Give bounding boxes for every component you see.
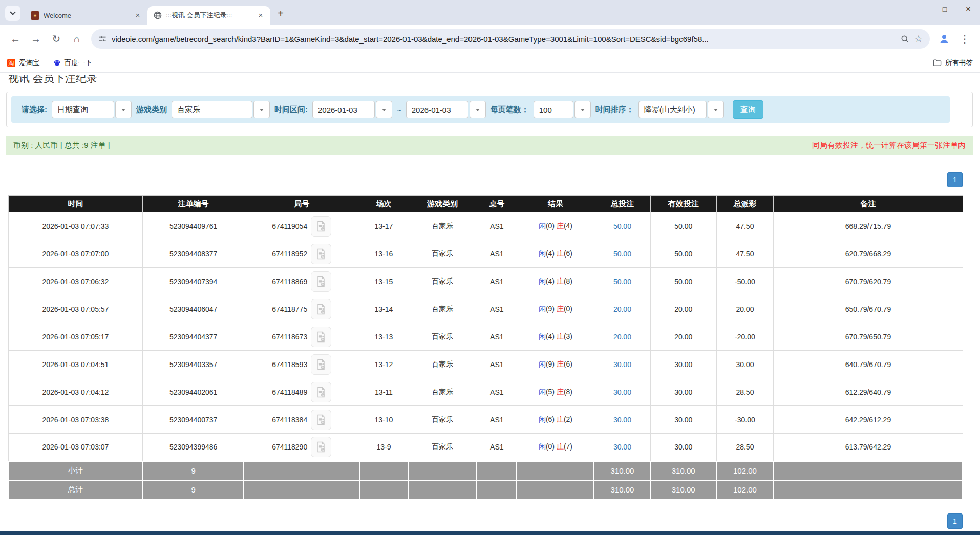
date-end-dropdown-button[interactable]: [470, 101, 486, 118]
cell-total-bet[interactable]: 50.00: [594, 212, 650, 240]
page-size-dropdown-button[interactable]: [574, 101, 591, 118]
cell-total-bet[interactable]: 30.00: [594, 351, 650, 378]
search-button[interactable]: 查询: [733, 100, 763, 119]
sort-input[interactable]: [638, 101, 707, 118]
total-bet-link[interactable]: 50.00: [613, 250, 631, 258]
cell-total-bet[interactable]: 30.00: [594, 406, 650, 434]
browser-tab-welcome[interactable]: ♠ Welcome ×: [25, 6, 147, 25]
cell-result: 闲(0) 庄(4): [517, 212, 594, 240]
round-no-text: 674118869: [272, 277, 307, 286]
page-size-input[interactable]: [534, 101, 573, 118]
bookmark-item-baidu[interactable]: 百度一下: [53, 58, 92, 68]
reload-button[interactable]: ↻: [47, 30, 66, 48]
date-start-input[interactable]: [312, 101, 375, 118]
page-1-button[interactable]: 1: [947, 513, 963, 529]
cell-bet-no: 523094406047: [143, 295, 244, 323]
cell-total-bet[interactable]: 30.00: [594, 434, 650, 461]
total-bet-link[interactable]: 20.00: [613, 305, 631, 313]
bookmark-star-icon[interactable]: ☆: [914, 33, 923, 45]
cell-round-no: 674119054: [244, 212, 359, 240]
grand-total-row-result: [517, 480, 594, 499]
total-bet-link[interactable]: 50.00: [613, 222, 631, 230]
home-button[interactable]: ⌂: [68, 30, 86, 48]
video-record-button[interactable]: [311, 244, 331, 264]
cell-total-bet[interactable]: 20.00: [594, 295, 650, 323]
cell-time: 2026-01-03 07:05:17: [8, 323, 143, 351]
back-button[interactable]: ←: [6, 30, 25, 48]
bottom-bar: [0, 531, 980, 535]
total-bet-link[interactable]: 30.00: [613, 416, 631, 424]
date-start-dropdown-button[interactable]: [376, 101, 392, 118]
page-1-button[interactable]: 1: [947, 172, 963, 187]
bet-record-table: 时间注单编号局号场次游戏类别桌号结果总投注有效投注总派彩备注 2026-01-0…: [8, 195, 963, 500]
game-kind-combo: [172, 101, 270, 118]
cell-total-bet[interactable]: 20.00: [594, 323, 650, 351]
profile-icon[interactable]: [935, 30, 953, 48]
video-record-button[interactable]: [311, 354, 331, 375]
game-kind-dropdown-button[interactable]: [253, 101, 270, 118]
cell-session: 13-10: [359, 406, 408, 434]
cell-total-payout: 20.00: [716, 295, 774, 323]
total-bet-link[interactable]: 30.00: [613, 360, 631, 369]
chevron-down-icon: [10, 9, 15, 15]
close-icon[interactable]: ×: [256, 11, 265, 20]
select-type-dropdown-button[interactable]: [115, 101, 132, 118]
video-record-button[interactable]: [311, 382, 331, 402]
all-bookmarks-button[interactable]: 所有书签: [933, 58, 973, 68]
col-total-payout: 总派彩: [716, 196, 774, 212]
browser-tab-betrecord[interactable]: :::视讯 会员下注纪录::: ×: [147, 6, 270, 25]
date-end-input[interactable]: [406, 101, 468, 118]
round-no-text: 674118593: [272, 360, 307, 369]
game-kind-input[interactable]: [172, 101, 252, 118]
cell-total-payout: 30.00: [716, 351, 774, 378]
baidu-paw-icon: [53, 59, 61, 67]
cell-total-bet[interactable]: 30.00: [594, 378, 650, 406]
close-icon[interactable]: ×: [133, 11, 142, 20]
new-tab-button[interactable]: +: [273, 6, 288, 20]
cell-total-bet[interactable]: 50.00: [594, 268, 650, 295]
select-type-input[interactable]: [52, 101, 114, 118]
total-bet-link[interactable]: 20.00: [613, 333, 631, 341]
video-record-button[interactable]: [311, 437, 331, 457]
close-button[interactable]: ×: [956, 0, 980, 18]
cell-session: 13-13: [359, 323, 408, 351]
video-record-button[interactable]: [311, 216, 331, 237]
table-row: 2026-01-03 07:05:57523094406047674118775…: [8, 295, 963, 323]
cell-round-no: 674118593: [244, 351, 359, 378]
grand-total-row-time: 总计: [8, 480, 143, 499]
bookmark-item-taobao[interactable]: 淘 爱淘宝: [7, 58, 40, 68]
total-bet-link[interactable]: 30.00: [613, 388, 631, 396]
video-record-button[interactable]: [311, 299, 331, 319]
tune-icon[interactable]: [98, 35, 106, 43]
bookmark-label: 百度一下: [65, 58, 92, 68]
round-no-text: 674118384: [272, 416, 307, 424]
cell-total-bet[interactable]: 50.00: [594, 240, 650, 268]
cell-round-no: 674118775: [244, 295, 359, 323]
menu-icon[interactable]: ⋮: [955, 30, 974, 48]
globe-icon: [154, 11, 162, 19]
maximize-button[interactable]: □: [933, 0, 956, 18]
video-record-button[interactable]: [311, 410, 331, 430]
table-row: 2026-01-03 07:07:33523094409761674119054…: [8, 212, 963, 240]
pagination-bottom: 1: [0, 513, 963, 529]
cell-table-no: AS1: [477, 268, 517, 295]
forward-button[interactable]: →: [27, 30, 45, 48]
caret-down-icon: [476, 109, 480, 111]
video-record-button[interactable]: [311, 271, 331, 292]
tab-search-button[interactable]: [5, 6, 20, 21]
url-text[interactable]: videoie.com/game/betrecord_search/kind3?…: [112, 35, 896, 44]
cell-note: 642.29/612.29: [774, 406, 963, 434]
round-no-text: 674118673: [272, 333, 307, 341]
table-row: 2026-01-03 07:07:00523094408377674118952…: [8, 240, 963, 268]
cell-result: 闲(6) 庄(2): [517, 406, 594, 434]
subtotal-row-session: [359, 461, 408, 480]
video-record-button[interactable]: [311, 327, 331, 347]
minimize-button[interactable]: –: [909, 0, 933, 18]
grand-total-row-total-payout: 102.00: [716, 480, 774, 499]
zoom-icon[interactable]: [901, 35, 909, 44]
sort-dropdown-button[interactable]: [708, 101, 724, 118]
cell-total-payout: -30.00: [716, 406, 774, 434]
total-bet-link[interactable]: 30.00: [613, 443, 631, 451]
total-bet-link[interactable]: 50.00: [613, 277, 631, 286]
address-bar[interactable]: videoie.com/game/betrecord_search/kind3?…: [91, 29, 930, 49]
